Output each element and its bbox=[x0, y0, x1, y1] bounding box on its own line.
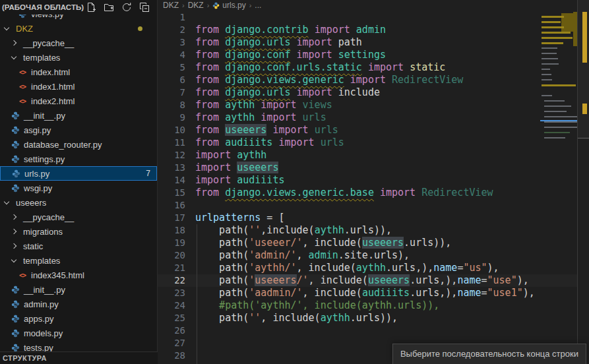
tree-item-admin-py[interactable]: admin.py bbox=[0, 297, 157, 311]
code-line-12[interactable]: 12import aythh bbox=[158, 149, 589, 162]
vscode-window: (РАБОЧАЯ ОБЛАСТЬ) ... views.pyDKZ__pycac… bbox=[0, 0, 589, 364]
tree-item-templates[interactable]: templates bbox=[0, 50, 157, 65]
eol-tooltip: Выберите последовательность конца строки bbox=[392, 344, 586, 364]
code-line-3[interactable]: 3from django.urls import path bbox=[158, 36, 589, 49]
line-number: 17 bbox=[158, 212, 185, 224]
code-line-7[interactable]: 7from django.urls import include bbox=[158, 86, 589, 99]
code-line-4[interactable]: 4from django.conf import settings bbox=[158, 49, 589, 61]
python-file-icon bbox=[10, 284, 20, 295]
code-line-9[interactable]: 9from aythh import urls bbox=[158, 111, 589, 124]
code-line-18[interactable]: 18 path('',include(aythh.urls)), bbox=[158, 224, 589, 237]
line-number: 10 bbox=[158, 124, 185, 136]
scrollbar-overview-ruler[interactable] bbox=[577, 0, 589, 364]
code-line-20[interactable]: 20 path('admin/', admin.site.urls), bbox=[158, 249, 589, 262]
line-number: 3 bbox=[158, 36, 185, 49]
line-number: 14 bbox=[158, 174, 185, 187]
tree-item-templates[interactable]: templates bbox=[0, 253, 157, 268]
tree-item-wsgi-py[interactable]: wsgi.py bbox=[0, 181, 157, 195]
tree-item--init-py[interactable]: __init__.py bbox=[0, 108, 157, 123]
code-line-17[interactable]: 17urlpatterns = [ bbox=[158, 212, 589, 224]
tree-item-database-roouter-py[interactable]: database_roouter.py bbox=[0, 137, 157, 152]
line-number: 21 bbox=[158, 262, 185, 274]
minimap-line bbox=[542, 69, 550, 70]
python-file-icon bbox=[10, 110, 20, 121]
code-line-24[interactable]: 24 #path('aythh/', include(aythh.urls)), bbox=[158, 299, 589, 312]
explorer-sidebar: (РАБОЧАЯ ОБЛАСТЬ) ... views.pyDKZ__pycac… bbox=[0, 0, 158, 364]
tree-item-settings-py[interactable]: settings.py bbox=[0, 152, 157, 166]
tree-item--init-py[interactable]: __init__.py bbox=[0, 282, 157, 297]
tree-item-asgi-py[interactable]: asgi.py bbox=[0, 123, 157, 137]
tree-item-useeers[interactable]: useeers bbox=[0, 195, 157, 210]
chevron-right-icon bbox=[11, 214, 16, 220]
tree-item-models-py[interactable]: models.py bbox=[0, 326, 157, 340]
code-line-14[interactable]: 14import audiiits bbox=[158, 174, 589, 187]
tree-item-label: settings.py bbox=[24, 154, 65, 164]
tree-item-migrations[interactable]: migrations bbox=[0, 224, 157, 239]
code-line-16[interactable]: 16 bbox=[158, 199, 589, 212]
refresh-icon[interactable] bbox=[121, 2, 132, 13]
tree-item-label: useeers bbox=[16, 198, 46, 208]
minimap-line bbox=[542, 53, 557, 54]
new-folder-icon[interactable] bbox=[104, 2, 114, 13]
code-line-6[interactable]: 6from django.views.generic import Redire… bbox=[158, 74, 589, 86]
code-line-23[interactable]: 23 path('aadmin/', include(audiiits.urls… bbox=[158, 287, 589, 299]
breadcrumb: DKZ › DKZ › urls.py › ... bbox=[158, 0, 589, 11]
tree-item-index2-html[interactable]: <>index2.html bbox=[0, 94, 157, 108]
breadcrumb-item-root[interactable]: DKZ bbox=[163, 1, 179, 10]
collapse-all-icon[interactable] bbox=[139, 2, 150, 13]
code-line-11[interactable]: 11from audiiits import urls bbox=[158, 136, 589, 149]
minimap-line bbox=[542, 63, 559, 65]
tree-item-index345-html[interactable]: <>index345.html bbox=[0, 268, 157, 282]
chevron-right-icon: › bbox=[207, 1, 210, 9]
minimap-line bbox=[542, 47, 557, 49]
minimap-line bbox=[542, 95, 552, 96]
minimap-line bbox=[544, 132, 570, 133]
code-line-13[interactable]: 13import useeers bbox=[158, 162, 589, 174]
ruler-warning-marker bbox=[582, 12, 587, 63]
workspace-title: (РАБОЧАЯ ОБЛАСТЬ) ... bbox=[0, 3, 86, 11]
code-line-10[interactable]: 10from useeers import urls bbox=[158, 124, 589, 136]
outline-section-header[interactable]: СТРУКТУРА bbox=[0, 351, 160, 364]
code-line-21[interactable]: 21 path('aythh/', include(aythh.urls,),n… bbox=[158, 262, 589, 274]
tree-item--pycache-[interactable]: __pycache__ bbox=[0, 210, 157, 224]
code-line-5[interactable]: 5from django.conf.urls.static import sta… bbox=[158, 61, 589, 74]
tree-item-index-html[interactable]: <>index.html bbox=[0, 65, 157, 79]
new-file-icon[interactable] bbox=[86, 2, 96, 13]
code-area[interactable]: 12from django.contrib import admin3from … bbox=[158, 11, 589, 362]
tree-item-index1-html[interactable]: <>index1.html bbox=[0, 79, 157, 94]
breadcrumb-item-file[interactable]: urls.py bbox=[222, 1, 245, 10]
python-file-icon bbox=[10, 139, 20, 150]
code-line-15[interactable]: 15from django.views.generic.base import … bbox=[158, 187, 589, 199]
chevron-down-icon bbox=[11, 53, 16, 59]
minimap-line bbox=[544, 100, 564, 102]
code-line-25[interactable]: 25 path('', include(aythh.urls)), bbox=[158, 312, 589, 324]
minimap-line bbox=[544, 111, 567, 112]
tree-item-dkz[interactable]: DKZ bbox=[0, 21, 157, 36]
html-file-icon: <> bbox=[17, 67, 28, 77]
tree-item-label: asgi.py bbox=[24, 125, 51, 135]
html-file-icon: <> bbox=[17, 96, 28, 106]
code-line-8[interactable]: 8from aythh import views bbox=[158, 99, 589, 111]
breadcrumb-item-symbol[interactable]: ... bbox=[255, 1, 261, 10]
minimap-line bbox=[542, 37, 573, 39]
line-number: 26 bbox=[158, 324, 185, 337]
tree-item-urls-py[interactable]: urls.py7 bbox=[0, 166, 157, 181]
python-file-icon bbox=[10, 154, 20, 164]
code-line-2[interactable]: 2from django.contrib import admin bbox=[158, 24, 589, 36]
ruler-warning-marker bbox=[582, 104, 587, 114]
tree-item-label: __init__.py bbox=[24, 285, 65, 295]
code-line-1[interactable]: 1 bbox=[158, 11, 589, 24]
tree-item-static[interactable]: static bbox=[0, 239, 157, 253]
tree-item--pycache-[interactable]: __pycache__ bbox=[0, 36, 157, 50]
chevron-down-icon bbox=[4, 198, 9, 204]
line-number: 4 bbox=[158, 49, 185, 61]
code-line-26[interactable]: 26 bbox=[158, 324, 589, 337]
tree-item-apps-py[interactable]: apps.py bbox=[0, 311, 157, 326]
line-number: 6 bbox=[158, 74, 185, 86]
code-line-19[interactable]: 19 path('useeer/', include(useeers.urls)… bbox=[158, 237, 589, 249]
breadcrumb-item-folder[interactable]: DKZ bbox=[188, 1, 204, 10]
tree-item-label: apps.py bbox=[24, 314, 54, 324]
code-line-22[interactable]: 22 path('useeers/', include(useeers.urls… bbox=[158, 274, 589, 287]
tree-item-label: wsgi.py bbox=[24, 183, 52, 193]
minimap[interactable] bbox=[540, 8, 577, 160]
